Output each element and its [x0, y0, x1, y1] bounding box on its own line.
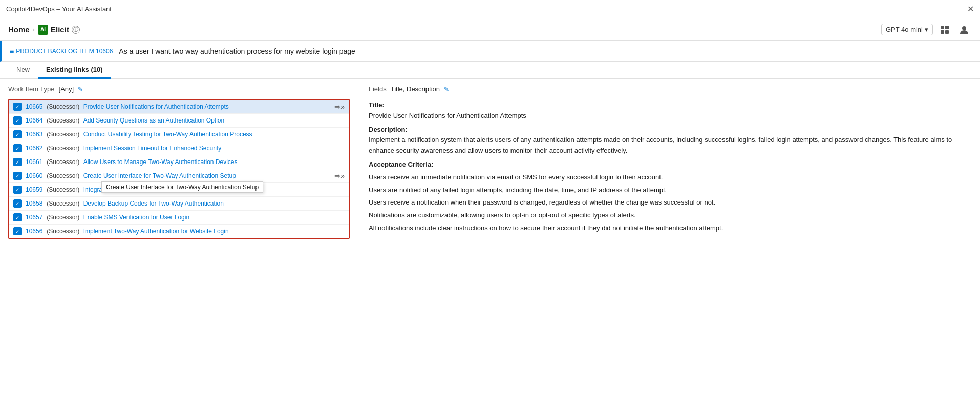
checkbox-10657[interactable]: ✓ — [13, 213, 22, 221]
filter-label: Work Item Type — [8, 85, 55, 93]
wi-relation-10658: (Successor) — [45, 200, 81, 207]
svg-point-4 — [962, 26, 966, 30]
wi-relation-10663: (Successor) — [45, 131, 81, 138]
checkbox-10662[interactable]: ✓ — [13, 144, 22, 152]
table-row: ✓ 10665 (Successor) Provide User Notific… — [9, 100, 349, 114]
wi-name-10658[interactable]: Develop Backup Codes for Two-Way Authent… — [83, 200, 224, 207]
field-detail: Title: Provide User Notifications for Au… — [369, 100, 970, 234]
close-button[interactable]: ✕ — [967, 4, 974, 14]
work-item-list: ✓ 10665 (Successor) Provide User Notific… — [8, 99, 350, 239]
table-row: ✓ 10662 (Successor) Implement Session Ti… — [9, 141, 349, 155]
title-value: Provide User Notifications for Authentic… — [369, 112, 526, 119]
description-label: Description: — [369, 125, 970, 135]
wi-name-10664[interactable]: Add Security Questions as an Authenticat… — [83, 117, 225, 124]
criteria-item-3: Users receive a notification when their … — [369, 197, 970, 208]
table-row: ✓ 10660 (Successor) Create User Interfac… — [9, 169, 349, 183]
left-panel: Work Item Type [Any] ✎ ✓ 10665 (Successo… — [0, 79, 358, 384]
table-row: ✓ 10664 (Successor) Add Security Questio… — [9, 114, 349, 128]
table-row: ✓ 10663 (Successor) Conduct Usability Te… — [9, 128, 349, 141]
fields-label: Fields — [369, 85, 387, 93]
top-nav: Home › AI Elicit ⓘ GPT 4o mini ▾ — [0, 18, 980, 41]
criteria-item-5: All notifications include clear instruct… — [369, 223, 970, 234]
criteria-item-2: Users are notified of any failed login a… — [369, 185, 970, 196]
work-item-type-badge[interactable]: ≡ PRODUCT BACKLOG ITEM 10606 — [10, 47, 113, 55]
info-icon[interactable]: ⓘ — [72, 26, 80, 34]
model-label: GPT 4o mini — [886, 26, 923, 33]
model-selector[interactable]: GPT 4o mini ▾ — [881, 24, 933, 35]
table-row: ✓ 10657 (Successor) Enable SMS Verificat… — [9, 211, 349, 225]
wi-name-10657[interactable]: Enable SMS Verification for User Login — [83, 214, 189, 221]
wi-id-10664[interactable]: 10664 — [26, 117, 45, 124]
wi-relation-10659: (Successor) — [45, 186, 81, 193]
svg-rect-2 — [941, 30, 944, 34]
filter-value: [Any] — [59, 85, 74, 93]
wi-id-10660[interactable]: 10660 — [26, 172, 45, 179]
tab-new[interactable]: New — [8, 62, 38, 79]
fields-row: Fields Title, Description ✎ — [369, 85, 970, 93]
wi-actions-10660: ⇒» — [334, 172, 345, 180]
nav-right: GPT 4o mini ▾ — [881, 22, 972, 37]
app-title: Copilot4DevOps – Your AI Assistant — [6, 5, 112, 13]
criteria-item-4: Notifications are customizable, allowing… — [369, 210, 970, 221]
wi-relation-10664: (Successor) — [45, 117, 81, 124]
elicit-label: Elicit — [51, 25, 69, 34]
breadcrumb: Home › AI Elicit ⓘ — [8, 25, 80, 35]
wi-id-10656[interactable]: 10656 — [26, 228, 45, 235]
wi-name-10665[interactable]: Provide User Notifications for Authentic… — [83, 103, 229, 110]
wi-actions-10665: ⇒» — [334, 103, 345, 111]
wi-name-10663[interactable]: Conduct Usability Testing for Two-Way Au… — [83, 131, 252, 138]
fields-value: Title, Description — [391, 85, 440, 93]
wi-name-10656[interactable]: Implement Two-Way Authentication for Web… — [83, 228, 229, 235]
wi-id-10665[interactable]: 10665 — [26, 103, 45, 110]
wi-id-10662[interactable]: 10662 — [26, 145, 45, 152]
user-icon — [960, 25, 969, 34]
table-row: ✓ 10661 (Successor) Allow Users to Manag… — [9, 155, 349, 169]
criteria-item-1: Users receive an immediate notification … — [369, 172, 970, 183]
filter-edit-icon[interactable]: ✎ — [78, 86, 83, 93]
tab-existing-links[interactable]: Existing links (10) — [38, 62, 111, 79]
user-icon-button[interactable] — [956, 22, 972, 37]
wi-relation-10660: (Successor) — [45, 172, 81, 179]
svg-rect-1 — [945, 26, 949, 29]
filter-row: Work Item Type [Any] ✎ — [8, 85, 350, 93]
wi-name-10661[interactable]: Allow Users to Manage Two-Way Authentica… — [83, 158, 238, 166]
grid-icon-button[interactable] — [937, 22, 952, 37]
table-row: ✓ 10656 (Successor) Implement Two-Way Au… — [9, 225, 349, 238]
elicit-robot-icon: AI — [38, 25, 48, 35]
home-link[interactable]: Home — [8, 25, 30, 34]
tooltip-10660: Create User Interface for Two-Way Authen… — [101, 181, 263, 193]
link-arrows-10665[interactable]: ⇒» — [334, 103, 345, 111]
right-panel: Fields Title, Description ✎ Title: Provi… — [358, 79, 980, 384]
wi-name-10660[interactable]: Create User Interface for Two-Way Authen… — [83, 172, 236, 179]
table-row: ✓ 10658 (Successor) Develop Backup Codes… — [9, 197, 349, 211]
wi-id-10663[interactable]: 10663 — [26, 131, 45, 138]
wi-name-10662[interactable]: Implement Session Timeout for Enhanced S… — [83, 145, 221, 152]
grid-icon — [940, 25, 949, 34]
checkbox-10660[interactable]: ✓ — [13, 172, 22, 180]
wi-id-10659[interactable]: 10659 — [26, 186, 45, 193]
wi-id-10657[interactable]: 10657 — [26, 214, 45, 221]
wi-id-10661[interactable]: 10661 — [26, 158, 45, 166]
checkbox-10656[interactable]: ✓ — [13, 227, 22, 235]
description-text: Implement a notification system that ale… — [369, 136, 952, 154]
link-arrows-10660[interactable]: ⇒» — [334, 172, 345, 180]
work-item-type-label[interactable]: PRODUCT BACKLOG ITEM 10606 — [16, 48, 113, 55]
checkbox-10658[interactable]: ✓ — [13, 199, 22, 208]
checkbox-10663[interactable]: ✓ — [13, 130, 22, 138]
checkbox-10661[interactable]: ✓ — [13, 158, 22, 166]
criteria-list: Users receive an immediate notification … — [369, 172, 970, 234]
breadcrumb-separator: › — [33, 26, 35, 33]
breadcrumb-elicit: AI Elicit ⓘ — [38, 25, 80, 35]
main-content: Work Item Type [Any] ✎ ✓ 10665 (Successo… — [0, 79, 980, 384]
work-item-header: ≡ PRODUCT BACKLOG ITEM 10606 As a user I… — [0, 41, 980, 62]
checkbox-10665[interactable]: ✓ — [13, 103, 22, 111]
wi-relation-10657: (Successor) — [45, 214, 81, 221]
checkbox-10664[interactable]: ✓ — [13, 116, 22, 125]
wi-relation-10662: (Successor) — [45, 145, 81, 152]
title-label: Title: — [369, 101, 385, 109]
fields-edit-icon[interactable]: ✎ — [444, 86, 449, 93]
svg-rect-0 — [941, 26, 944, 29]
wi-id-10658[interactable]: 10658 — [26, 200, 45, 207]
acceptance-criteria-label: Acceptance Criteria: — [369, 159, 970, 170]
checkbox-10659[interactable]: ✓ — [13, 186, 22, 194]
